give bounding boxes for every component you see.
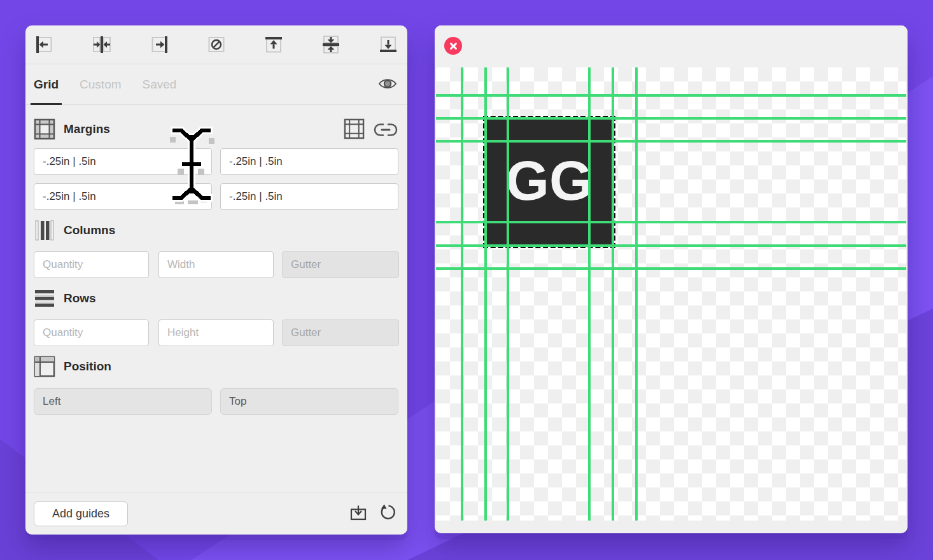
reset-icon [379,504,398,523]
rows-quantity-input[interactable] [34,319,149,346]
margins-icon [34,118,55,140]
grid-preview-button[interactable] [344,118,365,141]
rows-gutter-input [282,319,399,346]
add-left-guide-icon [34,34,55,55]
tab-saved[interactable]: Saved [143,64,177,104]
add-bottom-guide-button[interactable] [376,32,400,57]
rows-icon [34,288,55,309]
columns-icon [34,220,55,241]
margins-section-header: Margins [34,118,110,140]
add-left-guide-button[interactable] [32,32,57,57]
download-guides-button[interactable] [349,504,368,523]
rows-height-input[interactable] [158,319,274,346]
horizontal-guide-line[interactable] [436,94,906,97]
center-vertical-guide-button[interactable] [90,32,114,57]
guide-actions-toolbar [25,25,407,64]
position-icon [34,356,55,377]
eye-icon [378,77,397,90]
close-x-icon [449,42,458,50]
position-left-input[interactable] [34,388,212,415]
vertical-guide-line[interactable] [635,67,638,521]
close-button[interactable] [444,37,462,55]
horizontal-guide-line[interactable] [436,244,906,247]
grid-preview-icon [344,118,365,139]
add-right-guide-icon [149,34,169,55]
horizontal-guide-line[interactable] [436,221,906,223]
guide-visibility-toggle[interactable] [378,77,397,92]
add-bottom-guide-icon [378,34,398,55]
horizontal-guide-line[interactable] [436,140,906,143]
vertical-guide-line[interactable] [588,67,591,521]
horizontal-guide-line[interactable] [436,117,906,120]
columns-section-header: Columns [34,220,115,241]
margin-left-input[interactable] [220,183,398,210]
rows-section-header: Rows [34,288,96,309]
unlinked-chain-icon [373,122,398,138]
vertical-guide-line[interactable] [612,67,614,521]
columns-label: Columns [64,223,115,237]
columns-gutter-input [282,251,399,278]
download-guides-icon [349,504,368,523]
document-window: GG [435,25,908,533]
rows-label: Rows [64,291,96,305]
guideguide-panel: Grid Custom Saved Margins [25,25,407,535]
tab-custom[interactable]: Custom [80,64,121,104]
panel-tabs: Grid Custom Saved [25,64,407,105]
vertical-guide-line[interactable] [484,67,487,521]
clear-guides-button[interactable] [204,32,228,57]
reset-button[interactable] [379,504,398,523]
clear-guides-icon [206,34,227,55]
add-top-guide-button[interactable] [262,32,286,57]
logo-square: GG [486,118,613,246]
margin-right-input[interactable] [220,148,398,175]
selected-artwork[interactable]: GG [483,116,615,248]
center-horizontal-guide-icon [321,34,341,55]
center-vertical-guide-icon [92,34,112,55]
position-section-header: Position [34,356,111,377]
margins-label: Margins [64,122,110,136]
panel-footer: Add guides [25,493,407,535]
add-guides-button[interactable]: Add guides [34,501,128,526]
columns-quantity-input[interactable] [34,251,149,278]
margin-top-input[interactable] [34,148,212,175]
gg-logo-text: GG [506,153,593,209]
vertical-guide-line[interactable] [461,67,463,521]
position-label: Position [64,360,111,374]
position-top-input[interactable] [220,388,398,415]
document-titlebar [435,25,908,68]
add-right-guide-button[interactable] [147,32,171,57]
vertical-guide-line[interactable] [507,67,509,521]
margin-bottom-input[interactable] [34,183,212,210]
tab-grid[interactable]: Grid [34,64,59,104]
columns-width-input[interactable] [158,251,274,278]
horizontal-guide-line[interactable] [436,267,906,270]
center-horizontal-guide-button[interactable] [319,32,343,57]
document-canvas[interactable]: GG [436,67,906,521]
add-top-guide-icon [263,34,284,55]
link-margins-button[interactable] [373,122,398,140]
